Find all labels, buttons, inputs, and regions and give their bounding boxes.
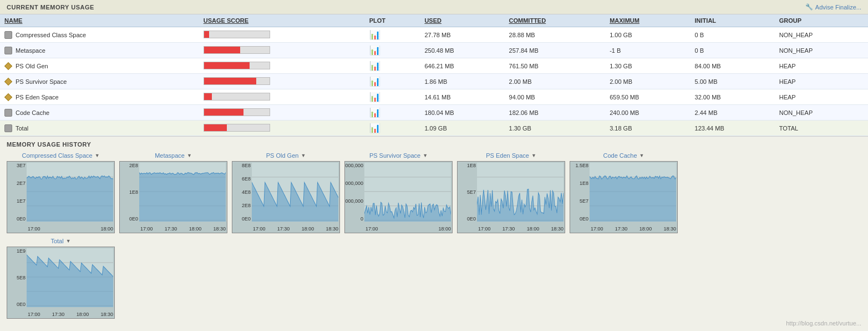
col-committed[interactable]: COMMITTED [505, 14, 606, 27]
col-plot: PLOT [365, 14, 420, 27]
table-row-name: Metaspace [0, 43, 199, 58]
table-row-group: NON_HEAP [775, 43, 868, 58]
chart-x-axis: 17:0018:00 [27, 226, 114, 232]
chart-title: PS Old Gen ▼ [266, 152, 306, 159]
chart-container: Compressed Class Space ▼3E72E71E70E017:0… [7, 152, 115, 233]
chart-y-axis: 1E85E70E0 [458, 162, 477, 222]
table-row-plot[interactable]: 📊 [365, 74, 420, 89]
advise-finalize-link[interactable]: 🔧 Advise Finalize... [805, 3, 861, 11]
table-row-usage [199, 27, 365, 43]
table-row-maximum: 3.18 GB [605, 121, 690, 136]
table-header-row: NAME USAGE SCORE PLOT USED COMMITTED MAX… [0, 14, 868, 27]
dropdown-arrow-icon[interactable]: ▼ [531, 153, 536, 158]
chart-x-axis: 17:0018:00 [364, 226, 452, 232]
table-row-used: 646.21 MB [420, 58, 504, 74]
chart-y-axis: 2E81E80E0 [120, 162, 139, 222]
chart-title: Code Cache ▼ [603, 152, 644, 159]
chart-x-axis: 17:0017:3018:0018:30 [252, 226, 339, 232]
table-row-usage [199, 74, 365, 89]
chart-y-axis: 3E72E71E70E0 [7, 162, 27, 222]
table-row-name: Total [0, 121, 199, 136]
table-row-initial: 0 B [691, 43, 775, 58]
table-row-name: PS Old Gen [0, 58, 199, 74]
table-row-committed: 1.30 GB [505, 121, 606, 136]
table-row-usage [199, 105, 365, 121]
chart-area: 1.5E81E85E70E017:0017:3018:0018:30 [570, 161, 678, 233]
table-row-maximum: 659.50 MB [605, 89, 690, 105]
table-row-maximum: 240.00 MB [605, 105, 690, 121]
table-row-initial: 84.00 MB [691, 58, 775, 74]
chart-plot-area [590, 163, 676, 222]
history-title: MEMORY USAGE HISTORY [7, 141, 861, 148]
chart-x-axis: 17:0017:3018:0018:30 [477, 226, 565, 232]
chart-y-axis: 3,000,0002,000,0001,000,0000 [345, 162, 364, 222]
chart-container: Total ▼1E95E80E017:0017:3018:0018:30 [7, 238, 115, 319]
table-row-usage [199, 43, 365, 58]
dropdown-arrow-icon[interactable]: ▼ [95, 153, 100, 158]
table-row-committed: 28.88 MB [505, 27, 606, 43]
charts-grid-bottom: Total ▼1E95E80E017:0017:3018:0018:30 [7, 238, 861, 319]
table-row-plot[interactable]: 📊 [365, 105, 420, 121]
chart-plot-area [252, 163, 338, 222]
chart-container: PS Eden Space ▼1E85E70E017:0017:3018:001… [457, 152, 565, 233]
chart-area: 3,000,0002,000,0001,000,000017:0018:00 [344, 161, 453, 233]
table-row-usage [199, 89, 365, 105]
table-row-name: PS Eden Space [0, 89, 199, 105]
table-row-committed: 257.84 MB [505, 43, 606, 58]
table-row-group: NON_HEAP [775, 105, 868, 121]
chart-plot-area [364, 163, 451, 222]
col-maximum[interactable]: MAXIMUM [605, 14, 690, 27]
table-row-maximum: 2.00 MB [605, 74, 690, 89]
col-usage[interactable]: USAGE SCORE [199, 14, 365, 27]
dropdown-arrow-icon[interactable]: ▼ [639, 153, 644, 158]
table-row-committed: 94.00 MB [505, 89, 606, 105]
table-row-plot[interactable]: 📊 [365, 27, 420, 43]
table-row-name: Compressed Class Space [0, 27, 199, 43]
col-name[interactable]: NAME [0, 14, 199, 27]
chart-plot-area [27, 248, 113, 307]
dropdown-arrow-icon[interactable]: ▼ [187, 153, 192, 158]
chart-x-axis: 17:0017:3018:0018:30 [590, 226, 677, 232]
svg-marker-4 [27, 176, 113, 222]
chart-container: Metaspace ▼2E81E80E017:0017:3018:0018:30 [119, 152, 227, 233]
section-title: CURRENT MEMORY USAGE [7, 4, 94, 11]
table-row-initial: 32.00 MB [691, 89, 775, 105]
watermark: http://blog.csdn.net/vurtue... [786, 320, 861, 323]
table-row-maximum: -1 B [605, 43, 690, 58]
chart-plot-area [139, 163, 226, 222]
svg-marker-9 [139, 173, 226, 222]
chart-x-axis: 17:0017:3018:0018:30 [139, 226, 227, 232]
table-row-committed: 761.50 MB [505, 58, 606, 74]
chart-area: 2E81E80E017:0017:3018:0018:30 [119, 161, 227, 233]
chart-y-axis: 1E95E80E0 [7, 247, 27, 307]
dropdown-arrow-icon[interactable]: ▼ [66, 238, 71, 244]
table-row-initial: 0 B [691, 27, 775, 43]
memory-table-container: NAME USAGE SCORE PLOT USED COMMITTED MAX… [0, 14, 868, 137]
table-row-group: NON_HEAP [775, 27, 868, 43]
chart-plot-area [27, 163, 113, 222]
table-row-used: 1.86 MB [420, 74, 504, 89]
table-row-committed: 182.06 MB [505, 105, 606, 121]
table-row-plot[interactable]: 📊 [365, 43, 420, 58]
chart-x-axis: 17:0017:3018:0018:30 [27, 312, 114, 317]
chart-area: 1E85E70E017:0017:3018:0018:30 [457, 161, 565, 233]
table-row-group: TOTAL [775, 121, 868, 136]
table-row-initial: 123.44 MB [691, 121, 775, 136]
dropdown-arrow-icon[interactable]: ▼ [301, 153, 306, 158]
col-used[interactable]: USED [420, 14, 504, 27]
top-bar: CURRENT MEMORY USAGE 🔧 Advise Finalize..… [0, 0, 868, 14]
dropdown-arrow-icon[interactable]: ▼ [423, 153, 428, 158]
svg-marker-29 [590, 176, 676, 222]
table-row-committed: 2.00 MB [505, 74, 606, 89]
table-row-usage [199, 121, 365, 136]
table-row-plot[interactable]: 📊 [365, 121, 420, 136]
table-row-plot[interactable]: 📊 [365, 58, 420, 74]
table-row-name: PS Survivor Space [0, 74, 199, 89]
table-row-maximum: 1.00 GB [605, 27, 690, 43]
table-row-plot[interactable]: 📊 [365, 89, 420, 105]
table-row-used: 27.78 MB [420, 27, 504, 43]
table-row-usage [199, 58, 365, 74]
table-row-initial: 2.44 MB [691, 105, 775, 121]
wrench-icon: 🔧 [805, 3, 813, 11]
table-row-group: HEAP [775, 58, 868, 74]
